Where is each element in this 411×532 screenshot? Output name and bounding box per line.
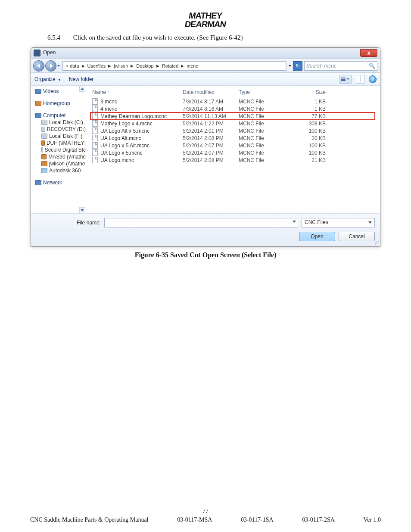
nav-forward-button[interactable] [45, 60, 56, 72]
file-name: UA Logo Alt x 5.mcnc [100, 128, 149, 134]
dialog-bottom-panel: File name: CNC Files Open Cancel [31, 213, 380, 246]
tree-item-label: jwilson (\\mathe [49, 161, 85, 167]
tree-item[interactable]: Homegroup [35, 100, 86, 106]
tree-item[interactable]: Computer [35, 112, 86, 118]
breadcrumb-lead: « [65, 63, 68, 68]
net-icon [41, 140, 45, 146]
preview-pane-button[interactable] [356, 75, 364, 84]
tree-item[interactable]: Local Disk (F:) [41, 133, 86, 139]
file-size: 21 KB [286, 157, 329, 163]
drive-icon [41, 134, 47, 139]
file-row[interactable]: UA Logo Alt x 5.mcnc5/2/2014 2:01 PMMCNC… [90, 127, 375, 134]
filename-input[interactable] [104, 218, 298, 227]
tree-item-label: Computer [43, 112, 66, 118]
breadcrumb-bar[interactable]: « data▶ Userfiles▶ jwilson▶ Desktop▶ Rot… [62, 61, 286, 71]
net-icon [41, 154, 47, 159]
tree-item[interactable]: Secure Digital Stc [41, 147, 86, 153]
tree-icon [35, 89, 41, 94]
brand-logo: MATHEY DEARMAN [30, 12, 381, 29]
nav-back-button[interactable] [33, 60, 44, 72]
cloud-icon [41, 168, 47, 173]
file-size: 308 KB [286, 121, 329, 127]
tree-item[interactable]: Network [35, 180, 86, 186]
dialog-titlebar[interactable]: Open x [31, 48, 380, 59]
tree-item-label: Autodesk 360 [49, 168, 81, 174]
file-list[interactable]: Name Date modified Type Size 3.mcnc7/3/2… [86, 86, 380, 213]
file-date: 5/2/2014 2:07 PM [183, 150, 239, 156]
instruction-number: 6.5.4 [47, 34, 72, 41]
scroll-up-button[interactable] [79, 86, 85, 92]
file-type: MCNC File [239, 113, 286, 119]
navigation-bar: « data▶ Userfiles▶ jwilson▶ Desktop▶ Rot… [31, 59, 380, 73]
cancel-button[interactable]: Cancel [339, 232, 375, 241]
view-options-button[interactable]: ▼ [339, 75, 352, 84]
breadcrumb-item[interactable]: mcnc [187, 63, 198, 68]
tree-item[interactable]: Local Disk (C:) [41, 119, 86, 125]
file-date: 5/2/2014 2:07 PM [183, 143, 239, 149]
breadcrumb-item[interactable]: Rotated [162, 63, 179, 68]
scroll-down-button[interactable] [79, 207, 85, 213]
help-button[interactable]: ? [369, 75, 377, 83]
tree-item-label: Videos [43, 88, 59, 94]
refresh-button[interactable]: ↻ [293, 61, 302, 71]
tree-item[interactable]: jwilson (\\mathe [41, 161, 86, 167]
file-name: UA Logo.mcnc [100, 157, 134, 163]
file-type-filter[interactable]: CNC Files [302, 218, 375, 227]
footer-left: CNC Saddle Machine Parts & Operating Man… [30, 516, 149, 523]
breadcrumb-sep-icon: ▶ [82, 64, 85, 68]
footer-right: Ver 1.0 [364, 516, 381, 523]
organize-menu[interactable]: Organize ▼ [34, 76, 61, 82]
file-row[interactable]: Mathey Dearman Logo.mcnc5/2/2014 11:13 A… [90, 112, 375, 120]
file-date: 5/2/2014 11:13 AM [183, 113, 239, 119]
breadcrumb-item[interactable]: Userfiles [87, 63, 106, 68]
tree-icon [35, 113, 41, 118]
file-date: 5/2/2014 1:22 PM [183, 121, 239, 127]
filter-value: CNC Files [305, 219, 328, 225]
tree-item[interactable]: Autodesk 360 [41, 168, 86, 174]
tree-item[interactable]: RECOVERY (D:) [41, 126, 86, 132]
file-row[interactable]: Mathey Logo x 4.mcnc5/2/2014 1:22 PMMCNC… [90, 120, 375, 127]
file-icon [92, 149, 98, 156]
file-size: 100 KB [286, 143, 329, 149]
breadcrumb-item[interactable]: jwilson [114, 63, 128, 68]
tree-item-label: Homegroup [43, 100, 70, 106]
file-icon [92, 106, 98, 112]
address-dropdown[interactable] [286, 61, 293, 71]
file-size: 100 KB [286, 128, 329, 134]
file-type: MCNC File [239, 135, 286, 141]
file-name: Mathey Logo x 4.mcnc [100, 121, 153, 127]
file-row[interactable]: UA Logo x 5 Alt.mcnc5/2/2014 2:07 PMMCNC… [90, 142, 375, 149]
file-type: MCNC File [239, 121, 286, 127]
file-row[interactable]: 3.mcnc7/3/2014 8:17 AMMCNC File1 KB [90, 98, 375, 105]
tree-item[interactable]: Videos [35, 88, 86, 94]
new-folder-button[interactable]: New folder [69, 76, 93, 82]
tree-item[interactable]: MAS90 (\\mathe [41, 154, 86, 160]
file-row[interactable]: 4.mcnc7/3/2014 8:16 AMMCNC File1 KB [90, 105, 375, 112]
breadcrumb-item[interactable]: Desktop [136, 63, 153, 68]
open-button[interactable]: Open [299, 232, 335, 241]
file-name: 4.mcnc [100, 106, 117, 112]
column-type[interactable]: Type [239, 89, 286, 95]
instruction-line: 6.5.4 Click on the saved cut file you wi… [47, 34, 381, 41]
nav-tree[interactable]: VideosHomegroupComputerLocal Disk (C:)RE… [31, 86, 86, 213]
close-button[interactable]: x [360, 49, 377, 57]
column-size[interactable]: Size [286, 89, 329, 95]
breadcrumb-sep-icon: ▶ [108, 64, 111, 68]
footer-code-3: 03-0117-2SA [302, 516, 335, 523]
file-size: 100 KB [286, 150, 329, 156]
column-date[interactable]: Date modified [183, 89, 239, 95]
nav-history-dropdown[interactable] [56, 61, 61, 71]
column-headers[interactable]: Name Date modified Type Size [90, 88, 375, 98]
file-row[interactable]: UA Logo Alt.mcnc5/2/2014 2:08 PMMCNC Fil… [90, 134, 375, 142]
file-row[interactable]: UA Logo.mcnc5/2/2014 2:08 PMMCNC File21 … [90, 156, 375, 164]
breadcrumb-item[interactable]: data [70, 63, 79, 68]
footer-code-1: 03-0117-MSA [177, 516, 212, 523]
search-input[interactable]: Search mcnc 🔍 [304, 61, 377, 71]
column-name[interactable]: Name [92, 89, 183, 95]
file-row[interactable]: UA Logo x 5.mcnc5/2/2014 2:07 PMMCNC Fil… [90, 149, 375, 156]
tree-item[interactable]: DUF (\\MATHEYI [41, 140, 86, 146]
tree-icon [35, 180, 41, 185]
resize-grip-icon[interactable] [375, 241, 379, 246]
file-size: 20 KB [286, 135, 329, 141]
file-date: 5/2/2014 2:08 PM [183, 135, 239, 141]
